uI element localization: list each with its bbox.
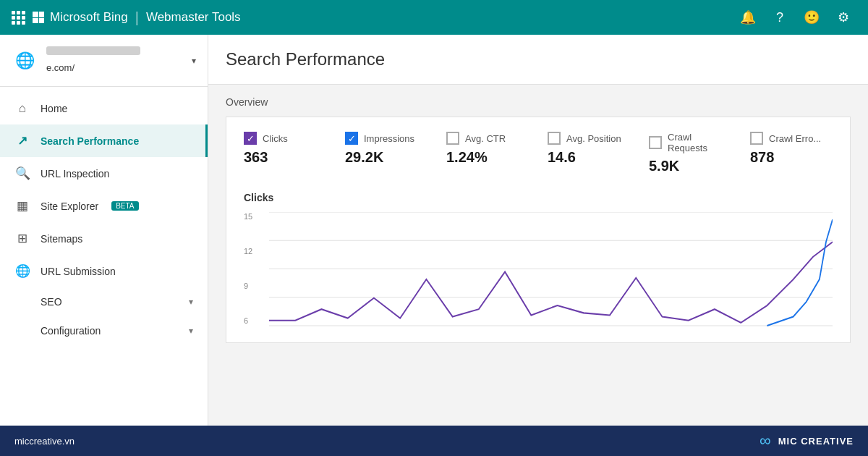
smiley-icon[interactable]: 🙂: [799, 4, 825, 30]
clicks-checkbox[interactable]: ✓: [244, 132, 257, 145]
sidebar-item-search-performance[interactable]: ↗ Search Performance: [0, 124, 208, 157]
metric-clicks: ✓ Clicks 363: [244, 132, 345, 174]
sidebar-item-configuration-label: Configuration: [41, 325, 101, 337]
metric-impressions: ✓ Impressions 29.2K: [345, 132, 446, 174]
home-icon: ⌂: [14, 101, 30, 116]
footer: miccreative.vn ∞ MIC CREATIVE: [0, 426, 868, 456]
crawl-requests-checkbox[interactable]: [649, 136, 662, 149]
topnav-brand: Microsoft Bing | Webmaster Tools: [33, 9, 241, 26]
site-chevron-icon: ▾: [192, 56, 196, 66]
sidebar: 🌐 e.com/ ▾ ⌂ Home ↗ Search Performance 🔍…: [0, 35, 208, 426]
bell-icon[interactable]: 🔔: [735, 4, 761, 30]
avg-ctr-label: Avg. CTR: [465, 133, 506, 144]
site-url: e.com/: [46, 46, 183, 75]
sidebar-item-sitemaps[interactable]: ⊞ Sitemaps: [0, 222, 208, 255]
sidebar-item-configuration[interactable]: Configuration ▾: [0, 316, 208, 345]
sidebar-item-url-inspection[interactable]: 🔍 URL Inspection: [0, 157, 208, 190]
sidebar-item-url-inspection-label: URL Inspection: [41, 168, 109, 180]
windows-logo-icon: [33, 12, 44, 23]
y-label-6: 6: [244, 316, 265, 325]
beta-badge: BETA: [111, 201, 138, 211]
overview-section: Overview ✓ Clicks 363: [208, 85, 868, 355]
brand-separator: |: [135, 9, 139, 26]
footer-brand-name: MIC CREATIVE: [778, 436, 854, 447]
content-area: Search Performance Overview ✓ Clicks 363: [208, 35, 868, 426]
chart-section: Clicks 15 12 9 6: [244, 192, 833, 328]
chart-svg-area: [269, 212, 833, 328]
avg-ctr-checkbox-row: Avg. CTR: [446, 132, 524, 145]
avg-position-label: Avg. Position: [566, 133, 621, 144]
clicks-checkbox-row: ✓ Clicks: [244, 132, 322, 145]
chart-svg: [269, 212, 833, 328]
avg-ctr-value: 1.24%: [446, 149, 524, 166]
config-chevron-icon: ▾: [189, 326, 193, 336]
top-navigation: Microsoft Bing | Webmaster Tools 🔔 ? 🙂 ⚙: [0, 0, 868, 35]
sidebar-nav: ⌂ Home ↗ Search Performance 🔍 URL Inspec…: [0, 87, 208, 351]
chart-container: 15 12 9 6: [244, 212, 833, 328]
product-name: Webmaster Tools: [146, 10, 241, 25]
sidebar-item-seo-label: SEO: [41, 296, 62, 308]
metric-avg-position: Avg. Position 14.6: [548, 132, 649, 174]
sidebar-item-site-explorer[interactable]: ▦ Site Explorer BETA: [0, 190, 208, 222]
crawl-requests-label: Crawl Requests: [668, 132, 727, 153]
clicks-value: 363: [244, 149, 322, 166]
y-label-15: 15: [244, 212, 265, 221]
impressions-value: 29.2K: [345, 149, 423, 166]
avg-position-value: 14.6: [548, 149, 626, 166]
sidebar-site-selector[interactable]: 🌐 e.com/ ▾: [0, 35, 208, 87]
url-line2: e.com/: [46, 62, 75, 73]
avg-ctr-checkbox[interactable]: [446, 132, 459, 145]
seo-chevron-icon: ▾: [189, 297, 193, 307]
sidebar-item-url-submission-label: URL Submission: [41, 266, 116, 277]
footer-brand: ∞ MIC CREATIVE: [760, 431, 854, 450]
sidebar-item-search-performance-label: Search Performance: [41, 135, 139, 147]
content-header: Search Performance: [208, 35, 868, 85]
topnav-left: Microsoft Bing | Webmaster Tools: [12, 9, 735, 26]
crawl-errors-value: 878: [750, 149, 828, 166]
chart-title: Clicks: [244, 192, 833, 203]
table-icon: ▦: [14, 198, 30, 214]
avg-position-checkbox[interactable]: [548, 132, 561, 145]
trend-icon: ↗: [14, 133, 30, 148]
url-line1: [46, 46, 140, 55]
sidebar-item-site-explorer-label: Site Explorer: [41, 200, 98, 212]
crawl-requests-value: 5.9K: [649, 158, 727, 174]
help-icon[interactable]: ?: [767, 4, 793, 30]
crawl-errors-checkbox-row: Crawl Erro...: [750, 132, 828, 145]
metric-crawl-requests: Crawl Requests 5.9K: [649, 132, 750, 174]
metric-crawl-errors: Crawl Erro... 878: [750, 132, 851, 174]
main-layout: 🌐 e.com/ ▾ ⌂ Home ↗ Search Performance 🔍…: [0, 35, 868, 426]
waffle-icon[interactable]: [12, 11, 25, 25]
footer-url: miccreative.vn: [14, 436, 75, 447]
sidebar-item-sitemaps-label: Sitemaps: [41, 233, 82, 245]
metrics-card: ✓ Clicks 363 ✓ Impressions 29.2K: [226, 117, 851, 343]
metric-avg-ctr: Avg. CTR 1.24%: [446, 132, 548, 174]
footer-logo-icon: ∞: [760, 431, 771, 450]
sidebar-item-seo[interactable]: SEO ▾: [0, 287, 208, 316]
url-globe-icon: 🌐: [14, 263, 30, 279]
sidebar-item-home-label: Home: [41, 103, 67, 114]
impressions-checkbox[interactable]: ✓: [345, 132, 358, 145]
search-icon: 🔍: [14, 166, 30, 181]
chart-y-axis: 15 12 9 6: [244, 212, 265, 328]
y-label-12: 12: [244, 247, 265, 256]
crawl-errors-label: Crawl Erro...: [769, 133, 821, 144]
brand-name: Microsoft Bing: [50, 10, 128, 25]
content-body: Overview ✓ Clicks 363: [208, 85, 868, 426]
y-label-9: 9: [244, 282, 265, 290]
impressions-checkbox-row: ✓ Impressions: [345, 132, 423, 145]
overview-label: Overview: [226, 96, 851, 108]
avg-position-checkbox-row: Avg. Position: [548, 132, 626, 145]
sitemap-icon: ⊞: [14, 231, 30, 246]
metrics-row: ✓ Clicks 363 ✓ Impressions 29.2K: [244, 132, 833, 174]
settings-icon[interactable]: ⚙: [830, 4, 856, 30]
page-title: Search Performance: [226, 49, 851, 69]
impressions-label: Impressions: [364, 133, 414, 144]
crawl-errors-checkbox[interactable]: [750, 132, 763, 145]
topnav-icons: 🔔 ? 🙂 ⚙: [735, 4, 856, 30]
clicks-label: Clicks: [263, 133, 288, 144]
site-globe-icon: 🌐: [12, 48, 38, 74]
crawl-requests-checkbox-row: Crawl Requests: [649, 132, 727, 153]
sidebar-item-home[interactable]: ⌂ Home: [0, 93, 208, 124]
sidebar-item-url-submission[interactable]: 🌐 URL Submission: [0, 255, 208, 287]
